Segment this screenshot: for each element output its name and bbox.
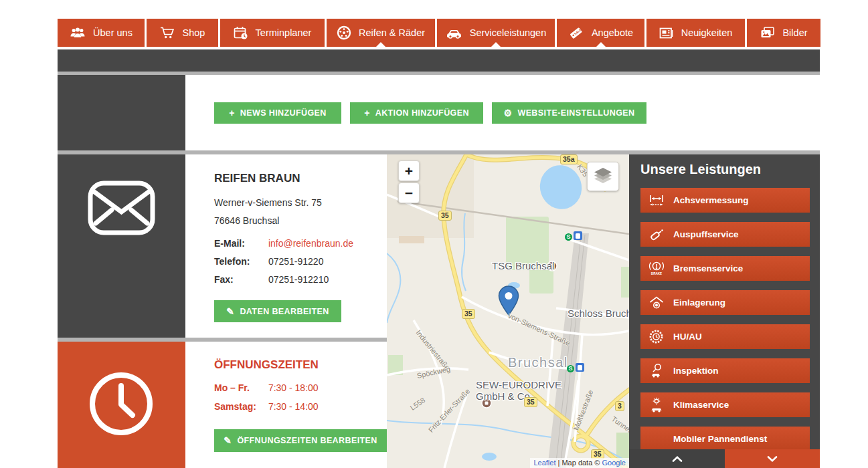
services-title: Unsere Leistungen — [640, 162, 761, 177]
dark-spacer-block — [58, 75, 185, 150]
services-scroll-down-button[interactable] — [725, 449, 820, 468]
chevron-down-icon — [767, 456, 778, 462]
services-scroll-up-button[interactable] — [629, 449, 725, 468]
service-label: Bremsenservice — [673, 263, 743, 273]
nav-label: Angebote — [592, 27, 633, 38]
nav-item-ueber-uns[interactable]: Über uns — [58, 19, 145, 47]
pencil-icon: ✎ — [226, 307, 234, 316]
nav-item-shop[interactable]: Shop — [147, 19, 218, 47]
sbahn-icon: S — [565, 233, 572, 241]
nav-caret-up-icon — [491, 42, 501, 47]
wheel-icon — [337, 25, 351, 40]
phone-label: Telefon: — [214, 253, 266, 271]
service-klimaservice[interactable]: Klimaservice — [640, 392, 810, 417]
edit-hours-label: ÖFFNUNGSZEITEN BEARBEITEN — [237, 436, 377, 445]
hours-label: Samstag: — [214, 397, 266, 416]
service-achsvermessung[interactable]: Achsvermessung — [640, 188, 810, 213]
add-news-label: NEWS HINZUFÜGEN — [240, 108, 327, 118]
gear-icon: ⚙ — [503, 108, 512, 118]
inspection-seal-icon — [647, 329, 665, 344]
email-link[interactable]: info@reifenbraun.de — [268, 238, 353, 249]
opening-hours-card: ÖFFNUNGSZEITEN Mo – Fr. 7:30 - 18:00 Sam… — [185, 342, 387, 468]
hours-icon-block — [58, 342, 185, 468]
nav-item-terminplaner[interactable]: Terminplaner — [220, 19, 325, 47]
nav-label: Bilder — [782, 27, 807, 38]
service-einlagerung[interactable]: Einlagerung — [640, 290, 810, 315]
service-auspuffservice[interactable]: Auspuffservice — [640, 222, 810, 247]
plus-icon: + — [364, 108, 370, 118]
email-label: E-Mail: — [214, 235, 266, 253]
magnifier-car-icon — [647, 363, 665, 378]
calendar-clock-icon — [234, 26, 248, 40]
hours-value: 7:30 - 14:00 — [268, 401, 319, 412]
car-icon — [446, 27, 462, 39]
route-badge: 3 — [615, 401, 624, 411]
map-label-sew-1: SEW-EURODRIVE — [476, 379, 561, 390]
map-layers-button[interactable] — [587, 162, 619, 191]
service-label: Auspuffservice — [673, 229, 739, 239]
tire-storage-icon — [647, 296, 665, 310]
map-zoom-in-button[interactable]: + — [398, 160, 420, 181]
google-link[interactable]: Google — [602, 459, 626, 467]
svg-text:BRAKE: BRAKE — [650, 272, 661, 275]
fax-value: 07251-912210 — [268, 274, 329, 285]
nav-item-bilder[interactable]: Bilder — [747, 19, 820, 47]
edit-contact-button[interactable]: ✎ DATEN BEARBEITEN — [214, 300, 341, 322]
layers-icon — [592, 166, 614, 187]
city-address: 76646 Bruchsal — [214, 212, 387, 230]
nav-label: Shop — [183, 27, 205, 38]
newspaper-icon — [659, 27, 674, 39]
website-settings-button[interactable]: ⚙ WEBSITE-EINSTELLUNGEN — [492, 102, 646, 124]
hours-row-weekdays: Mo – Fr. 7:30 - 18:00 — [214, 378, 387, 397]
train-station-icon — [574, 231, 582, 240]
service-label: Einlagerung — [673, 298, 725, 308]
map-label-city: Bruchsal — [508, 355, 568, 370]
exhaust-icon — [647, 227, 665, 242]
clock-icon — [87, 370, 155, 438]
add-aktion-label: AKTION HINZUFÜGEN — [375, 108, 469, 118]
admin-actions-card: + NEWS HINZUFÜGEN + AKTION HINZUFÜGEN ⚙ … — [185, 75, 820, 150]
map-label-sew-2: GmbH & Co — [476, 390, 530, 402]
add-aktion-button[interactable]: + AKTION HINZUFÜGEN — [350, 102, 483, 124]
nav-label: Serviceleistungen — [470, 27, 546, 38]
street-address: Werner-v-Siemens Str. 75 — [214, 194, 387, 212]
main-nav: Über uns Shop Terminplaner Reifen & Räde… — [58, 19, 820, 47]
nav-label: Neuigkeiten — [681, 27, 733, 38]
service-bremsenservice[interactable]: BRAKE Bremsenservice — [640, 256, 810, 281]
service-inspektion[interactable]: Inspektion — [640, 358, 810, 383]
map-zoom-out-button[interactable]: − — [398, 183, 420, 203]
map-label-tsg: TSG Bruchsal — [492, 260, 554, 271]
route-badge: 35 — [462, 309, 475, 319]
service-hu-au[interactable]: HU/AU — [640, 324, 810, 349]
nav-item-serviceleistungen[interactable]: Serviceleistungen — [437, 19, 555, 47]
service-label: Mobiler Pannendienst — [673, 434, 767, 444]
sun-car-icon — [647, 397, 665, 413]
service-mobiler-pannendienst[interactable]: Mobiler Pannendienst — [640, 427, 810, 451]
brake-warning-icon: BRAKE — [647, 261, 665, 276]
nav-item-neuigkeiten[interactable]: Neuigkeiten — [646, 19, 745, 47]
nav-label: Reifen & Räder — [359, 27, 425, 38]
nav-item-reifen-raeder[interactable]: Reifen & Räder — [327, 19, 435, 47]
images-icon — [760, 26, 775, 39]
fax-row: Fax: 07251-912210 — [214, 271, 387, 289]
edit-hours-button[interactable]: ✎ ÖFFNUNGSZEITEN BEARBEITEN — [214, 429, 387, 452]
company-name: REIFEN BRAUN — [214, 172, 387, 185]
plus-icon: + — [229, 108, 235, 118]
phone-value: 07251-91220 — [268, 256, 324, 267]
location-map[interactable]: TSG Bruchsal Schloss Bruchsal Bruchsal S… — [387, 154, 629, 468]
train-station-icon — [576, 363, 584, 372]
axle-alignment-icon — [647, 194, 665, 207]
add-news-button[interactable]: + NEWS HINZUFÜGEN — [214, 102, 341, 124]
route-badge: 35 — [524, 397, 537, 407]
nav-item-angebote[interactable]: SALE Angebote — [557, 19, 644, 47]
website-settings-label: WEBSITE-EINSTELLUNGEN — [517, 108, 634, 118]
cart-icon — [160, 26, 175, 39]
nav-caret-up-icon — [376, 42, 385, 47]
nav-label: Terminplaner — [256, 27, 312, 38]
route-badge: 35 — [438, 211, 452, 221]
attribution-text: | Map data © — [555, 459, 602, 467]
leaflet-link[interactable]: Leaflet — [533, 459, 555, 467]
phone-row: Telefon: 07251-91220 — [214, 253, 387, 271]
users-icon — [70, 27, 86, 39]
pencil-icon: ✎ — [224, 436, 232, 445]
